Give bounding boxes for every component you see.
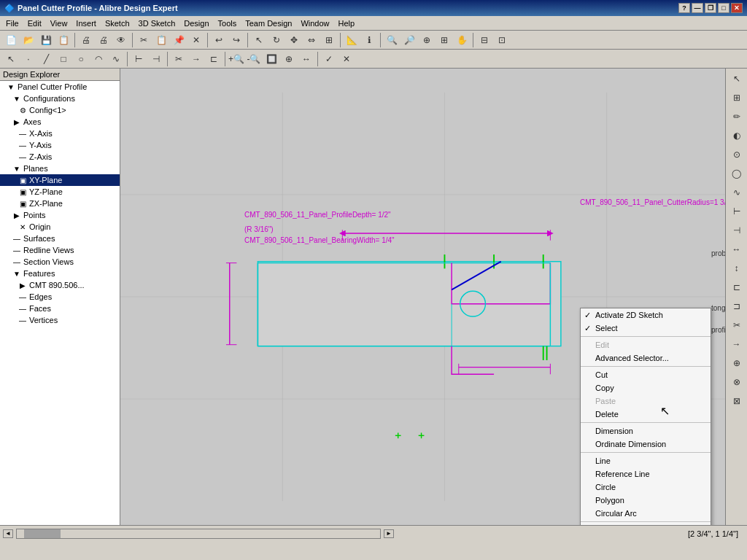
pan-btn[interactable]: ✋ bbox=[454, 32, 470, 48]
rp-btn7[interactable]: ∿ bbox=[728, 184, 746, 201]
scroll-left-btn[interactable]: ◄ bbox=[3, 529, 13, 538]
menu-help[interactable]: Help bbox=[334, 18, 360, 29]
print-btn[interactable]: 🖨 bbox=[78, 32, 94, 48]
snap-btn[interactable]: ⊡ bbox=[494, 32, 510, 48]
tree-redline-views[interactable]: — Redline Views bbox=[0, 244, 120, 256]
measure-btn[interactable]: 📐 bbox=[344, 32, 360, 48]
rotate-btn[interactable]: ↻ bbox=[268, 32, 285, 48]
zoom-fit-btn[interactable]: ⊞ bbox=[436, 32, 452, 48]
rp-btn16[interactable]: ⊕ bbox=[728, 354, 746, 372]
tree-cmt[interactable]: ▶ CMT 890.506... bbox=[0, 279, 120, 291]
menu-window[interactable]: Window bbox=[296, 18, 333, 29]
zoom-window[interactable]: 🔲 bbox=[263, 51, 279, 67]
tree-configurations[interactable]: ▼ Configurations bbox=[0, 93, 120, 104]
delete-btn[interactable]: ✕ bbox=[188, 32, 204, 48]
ok-btn[interactable]: ✓ bbox=[321, 51, 337, 67]
ctx-advanced-selector[interactable]: Advanced Selector... bbox=[581, 351, 711, 365]
ctx-polygon[interactable]: Polygon bbox=[581, 494, 711, 507]
ctx-select[interactable]: ✓Select bbox=[581, 322, 711, 335]
rp-btn9[interactable]: ⊣ bbox=[728, 222, 746, 239]
ctx-delete[interactable]: Delete bbox=[581, 408, 711, 421]
sketch-offset[interactable]: ⊏ bbox=[206, 51, 222, 67]
zoom-fit2[interactable]: ⊕ bbox=[281, 51, 297, 67]
zoom-out2[interactable]: -🔍 bbox=[246, 51, 262, 67]
sketch-select[interactable]: ↖ bbox=[3, 51, 19, 67]
menu-design[interactable]: Design bbox=[179, 18, 213, 29]
menu-tools[interactable]: Tools bbox=[214, 18, 241, 29]
ctx-circular-arc[interactable]: Circular Arc bbox=[581, 507, 711, 520]
save2-btn[interactable]: 📋 bbox=[55, 32, 71, 48]
tree-vertices[interactable]: — Vertices bbox=[0, 314, 120, 326]
sketch-dim[interactable]: ⊢ bbox=[131, 51, 147, 67]
rp-btn11[interactable]: ↕ bbox=[728, 260, 746, 277]
help-button[interactable]: ? bbox=[678, 3, 690, 13]
tree-xy-plane[interactable]: ▣ XY-Plane bbox=[0, 174, 120, 186]
tree-panel-cutter-profile[interactable]: ▼ Panel Cutter Profile bbox=[0, 81, 120, 93]
menu-insert[interactable]: Insert bbox=[71, 18, 101, 29]
mirror-btn[interactable]: ⇔ bbox=[303, 32, 320, 48]
pan2[interactable]: ↔ bbox=[298, 51, 314, 67]
rp-btn2[interactable]: ⊞ bbox=[728, 89, 746, 106]
sketch-constraint[interactable]: ⊣ bbox=[148, 51, 164, 67]
tree-surfaces[interactable]: — Surfaces bbox=[0, 233, 120, 244]
zoom-all-btn[interactable]: ⊕ bbox=[419, 32, 435, 48]
save-btn[interactable]: 💾 bbox=[38, 32, 54, 48]
rp-btn13[interactable]: ⊐ bbox=[728, 298, 746, 315]
scroll-right-btn[interactable]: ► bbox=[384, 529, 394, 538]
tree-edges[interactable]: — Edges bbox=[0, 291, 120, 303]
tree-config1[interactable]: ⚙ Config<1> bbox=[0, 104, 120, 116]
rp-btn18[interactable]: ⊠ bbox=[728, 392, 746, 410]
canvas-area[interactable]: CMT_890_506_11_Panel_ProfileDepth= 1/2" … bbox=[120, 69, 725, 525]
move-btn[interactable]: ✥ bbox=[286, 32, 302, 48]
ctx-ordinate-dimension[interactable]: Ordinate Dimension bbox=[581, 438, 711, 451]
restore-button[interactable]: ❐ bbox=[705, 3, 716, 13]
tree-points[interactable]: ▶ Points bbox=[0, 209, 120, 221]
sketch-circle[interactable]: ○ bbox=[73, 51, 89, 67]
ctx-activate-2d-sketch[interactable]: ✓Activate 2D Sketch bbox=[581, 308, 711, 322]
select-btn[interactable]: ↖ bbox=[251, 32, 267, 48]
menu-sketch[interactable]: Sketch bbox=[101, 18, 134, 29]
cut-btn[interactable]: ✂ bbox=[136, 32, 152, 48]
rp-btn12[interactable]: ⊏ bbox=[728, 279, 746, 296]
ctx-line[interactable]: Line bbox=[581, 454, 711, 467]
sketch-rect[interactable]: □ bbox=[55, 51, 71, 67]
ctx-reference-line[interactable]: Reference Line bbox=[581, 467, 711, 481]
menu-view[interactable]: View bbox=[46, 18, 72, 29]
sketch-extend[interactable]: → bbox=[188, 51, 204, 67]
print2-btn[interactable]: 🖨 bbox=[96, 32, 112, 48]
ctx-copy[interactable]: Copy bbox=[581, 381, 711, 394]
sketch-spline[interactable]: ∿ bbox=[108, 51, 124, 67]
tree-planes[interactable]: ▼ Planes bbox=[0, 163, 120, 174]
ctx-trim[interactable]: Trim bbox=[581, 524, 711, 525]
ctx-cut[interactable]: Cut bbox=[581, 368, 711, 381]
rp-btn14[interactable]: ✂ bbox=[728, 316, 746, 334]
rp-btn17[interactable]: ⊗ bbox=[728, 373, 746, 391]
zoom-in2[interactable]: +🔍 bbox=[228, 51, 244, 67]
tree-xaxis[interactable]: — X-Axis bbox=[0, 128, 120, 139]
sketch-point[interactable]: · bbox=[20, 51, 36, 67]
new-btn[interactable]: 📄 bbox=[3, 32, 19, 48]
sketch-line[interactable]: ╱ bbox=[38, 51, 54, 67]
maximize-button[interactable]: □ bbox=[718, 3, 729, 13]
tree-faces[interactable]: — Faces bbox=[0, 303, 120, 314]
rp-btn15[interactable]: → bbox=[728, 335, 746, 353]
tree-axes[interactable]: ▶ Axes bbox=[0, 116, 120, 128]
menu-file[interactable]: File bbox=[1, 18, 23, 29]
tree-yz-plane[interactable]: ▣ YZ-Plane bbox=[0, 186, 120, 198]
zoom-out-btn[interactable]: 🔎 bbox=[401, 32, 417, 48]
rp-btn8[interactable]: ⊢ bbox=[728, 203, 746, 220]
rp-btn4[interactable]: ◐ bbox=[728, 127, 746, 144]
preview-btn[interactable]: 👁 bbox=[113, 32, 129, 48]
paste-btn[interactable]: 📌 bbox=[171, 32, 187, 48]
close-button[interactable]: ✕ bbox=[731, 3, 743, 13]
undo-btn[interactable]: ↩ bbox=[211, 32, 227, 48]
minimize-button[interactable]: — bbox=[692, 3, 703, 13]
redo-btn[interactable]: ↪ bbox=[228, 32, 244, 48]
tree-yaxis[interactable]: — Y-Axis bbox=[0, 139, 120, 151]
menu-teamdesign[interactable]: Team Design bbox=[241, 18, 296, 29]
copy-btn[interactable]: 📋 bbox=[153, 32, 169, 48]
sketch-trim[interactable]: ✂ bbox=[171, 51, 187, 67]
tree-zaxis[interactable]: — Z-Axis bbox=[0, 151, 120, 163]
rp-btn6[interactable]: ◯ bbox=[728, 165, 746, 182]
rp-btn5[interactable]: ⊙ bbox=[728, 146, 746, 163]
